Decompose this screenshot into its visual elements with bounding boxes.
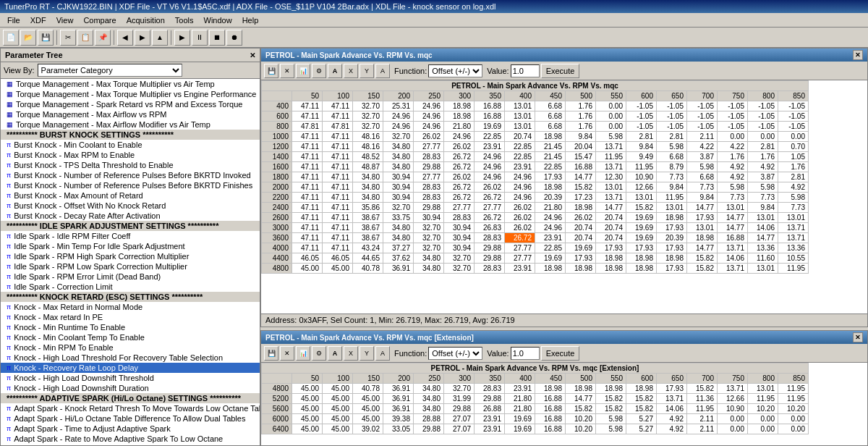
cell-2-3[interactable]: 24.96 bbox=[383, 122, 414, 132]
tree-item-kr8[interactable]: πKnock - High Load Downshift Threshold bbox=[1, 373, 260, 383]
cell-13-2[interactable]: 38.67 bbox=[353, 233, 383, 243]
cell-15-6[interactable]: 29.88 bbox=[475, 253, 505, 264]
cell-13-0[interactable]: 47.11 bbox=[292, 233, 323, 243]
cell-16-12[interactable]: 17.93 bbox=[657, 264, 687, 274]
cell-11-0[interactable]: 47.11 bbox=[292, 213, 323, 223]
cell-0-1[interactable]: 47.11 bbox=[323, 101, 353, 112]
tree-item-bk8[interactable]: πBurst Knock - Decay Rate After Activati… bbox=[1, 211, 260, 221]
cell-1-10[interactable]: 0.00 bbox=[596, 112, 626, 122]
stop-btn[interactable]: ⏹ bbox=[209, 30, 225, 46]
cell-3-1[interactable]: 45.00 bbox=[323, 414, 353, 424]
cell-13-13[interactable]: 18.98 bbox=[687, 233, 718, 243]
cell-1-0[interactable]: 45.00 bbox=[292, 394, 323, 404]
cell-15-3[interactable]: 37.62 bbox=[383, 253, 414, 264]
cell-13-7[interactable]: 26.72 bbox=[505, 233, 535, 243]
cell-0-6[interactable]: 16.88 bbox=[475, 101, 505, 112]
cell-11-2[interactable]: 38.67 bbox=[353, 213, 383, 223]
cell-3-5[interactable]: 27.07 bbox=[444, 414, 475, 424]
cell-4-7[interactable]: 19.69 bbox=[505, 424, 535, 434]
cell-9-3[interactable]: 30.94 bbox=[383, 193, 414, 203]
play-btn[interactable]: ▶ bbox=[174, 30, 190, 46]
cell-4-16[interactable]: 0.70 bbox=[778, 142, 809, 152]
cell-11-13[interactable]: 17.93 bbox=[687, 213, 718, 223]
cell-9-0[interactable]: 47.11 bbox=[292, 193, 323, 203]
cell-2-9[interactable]: 15.82 bbox=[566, 404, 596, 414]
cell-2-2[interactable]: 45.00 bbox=[353, 404, 383, 414]
cell-0-13[interactable]: -1.05 bbox=[687, 101, 718, 112]
cell-3-8[interactable]: 18.98 bbox=[535, 132, 566, 142]
record-btn[interactable]: ⏺ bbox=[226, 30, 242, 46]
cell-1-1[interactable]: 47.11 bbox=[323, 112, 353, 122]
new-btn[interactable]: 📄 bbox=[3, 30, 19, 46]
cell-1-5[interactable]: 18.98 bbox=[444, 112, 475, 122]
cell-16-7[interactable]: 23.91 bbox=[505, 264, 535, 274]
menu-item-help[interactable]: Help bbox=[238, 15, 263, 25]
map2-y-btn[interactable]: Y bbox=[359, 346, 374, 361]
cell-14-10[interactable]: 17.93 bbox=[596, 243, 626, 253]
tree-item-kr9[interactable]: πKnock - High Load Downshift Duration bbox=[1, 383, 260, 393]
cell-4-2[interactable]: 39.02 bbox=[353, 424, 383, 434]
cell-13-10[interactable]: 20.74 bbox=[596, 233, 626, 243]
cell-2-5[interactable]: 29.88 bbox=[444, 404, 475, 414]
map2-grid-container[interactable]: PETROL - Main Spark Advance Vs. RPM Vs. … bbox=[261, 363, 867, 445]
cell-16-9[interactable]: 18.98 bbox=[566, 264, 596, 274]
cell-1-13[interactable]: -1.05 bbox=[687, 112, 718, 122]
cell-4-1[interactable]: 47.11 bbox=[323, 142, 353, 152]
cell-4-0[interactable]: 47.11 bbox=[292, 142, 323, 152]
cell-9-4[interactable]: 28.83 bbox=[414, 193, 444, 203]
cell-2-13[interactable]: 11.95 bbox=[687, 404, 718, 414]
tree-item-isas[interactable]: ********** IDLE SPARK ADJUSTMENT SETTING… bbox=[1, 221, 260, 231]
cell-0-2[interactable]: 40.78 bbox=[353, 384, 383, 394]
cell-0-4[interactable]: 24.96 bbox=[414, 101, 444, 112]
cell-3-14[interactable]: 0.00 bbox=[718, 414, 748, 424]
cell-12-1[interactable]: 47.11 bbox=[323, 223, 353, 233]
copy-btn[interactable]: 📋 bbox=[77, 30, 93, 46]
cell-14-15[interactable]: 13.36 bbox=[748, 243, 778, 253]
cell-6-12[interactable]: 8.79 bbox=[657, 162, 687, 172]
cell-9-1[interactable]: 47.11 bbox=[323, 193, 353, 203]
cell-14-1[interactable]: 47.11 bbox=[323, 243, 353, 253]
cell-1-9[interactable]: 14.77 bbox=[566, 394, 596, 404]
cell-12-16[interactable]: 13.71 bbox=[778, 223, 809, 233]
cell-5-7[interactable]: 22.85 bbox=[505, 152, 535, 162]
cell-1-8[interactable]: 6.68 bbox=[535, 112, 566, 122]
cell-1-8[interactable]: 16.88 bbox=[535, 394, 566, 404]
menu-item-compare[interactable]: Compare bbox=[79, 15, 120, 25]
cell-11-4[interactable]: 30.94 bbox=[414, 213, 444, 223]
cell-15-11[interactable]: 18.98 bbox=[626, 253, 657, 264]
cell-7-14[interactable]: 4.92 bbox=[718, 172, 748, 182]
cell-0-7[interactable]: 13.01 bbox=[505, 101, 535, 112]
tree-item-bk4[interactable]: πBurst Knock - Number of Reference Pulse… bbox=[1, 170, 260, 180]
cell-12-0[interactable]: 47.11 bbox=[292, 223, 323, 233]
cell-1-15[interactable]: -1.05 bbox=[748, 112, 778, 122]
cell-0-0[interactable]: 47.11 bbox=[292, 101, 323, 112]
cell-16-16[interactable]: 11.95 bbox=[778, 264, 809, 274]
cell-4-15[interactable]: 0.00 bbox=[748, 424, 778, 434]
cut-btn[interactable]: ✂ bbox=[60, 30, 76, 46]
cell-16-15[interactable]: 13.01 bbox=[748, 264, 778, 274]
cell-1-4[interactable]: 24.96 bbox=[414, 112, 444, 122]
tree-item-tm5[interactable]: ▦Torque Management - Max Airflow Modifie… bbox=[1, 119, 260, 130]
cell-0-7[interactable]: 23.91 bbox=[505, 384, 535, 394]
cell-6-16[interactable]: 1.76 bbox=[778, 162, 809, 172]
cell-0-8[interactable]: 6.68 bbox=[535, 101, 566, 112]
cell-4-14[interactable]: 0.00 bbox=[718, 424, 748, 434]
map1-close-btn[interactable]: ✕ bbox=[853, 50, 863, 60]
cell-8-5[interactable]: 26.72 bbox=[444, 182, 475, 193]
cell-15-4[interactable]: 34.80 bbox=[414, 253, 444, 264]
cell-6-3[interactable]: 34.80 bbox=[383, 162, 414, 172]
cell-14-3[interactable]: 37.27 bbox=[383, 243, 414, 253]
cell-11-11[interactable]: 19.69 bbox=[626, 213, 657, 223]
cell-10-7[interactable]: 26.02 bbox=[505, 203, 535, 213]
cell-12-12[interactable]: 17.93 bbox=[657, 223, 687, 233]
cell-12-2[interactable]: 38.67 bbox=[353, 223, 383, 233]
cell-13-12[interactable]: 20.39 bbox=[657, 233, 687, 243]
cell-2-10[interactable]: 15.82 bbox=[596, 404, 626, 414]
cell-5-13[interactable]: 3.87 bbox=[687, 152, 718, 162]
cell-9-5[interactable]: 26.72 bbox=[444, 193, 475, 203]
cell-6-2[interactable]: 48.87 bbox=[353, 162, 383, 172]
cell-0-1[interactable]: 45.00 bbox=[323, 384, 353, 394]
cell-7-13[interactable]: 6.68 bbox=[687, 172, 718, 182]
cell-2-5[interactable]: 21.80 bbox=[444, 122, 475, 132]
cell-9-2[interactable]: 34.80 bbox=[353, 193, 383, 203]
